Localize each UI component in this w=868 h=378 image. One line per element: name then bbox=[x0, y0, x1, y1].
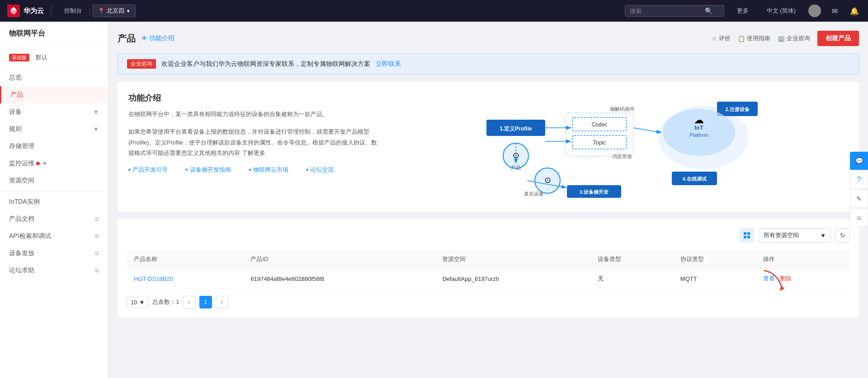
svg-text:☁: ☁ bbox=[694, 114, 704, 126]
svg-text:Topic: Topic bbox=[593, 140, 606, 146]
top-actions: 更多 中文 (简体) ✉ 🔔 bbox=[731, 5, 861, 17]
refresh-button[interactable]: ↻ bbox=[835, 228, 850, 243]
svg-text:3.设备侧开发: 3.设备侧开发 bbox=[580, 189, 609, 195]
table-section: 所有资源空间 ▼ ↻ 产品名称 产品ID 资源空间 设备类型 协议类型 bbox=[118, 219, 859, 317]
resource-space-cell: DefaultApp_6197urzh bbox=[435, 269, 590, 289]
sidebar-item-label-product: 产品 bbox=[10, 91, 23, 99]
sidebar-item-api[interactable]: API检索和调试 ⧉ bbox=[0, 228, 108, 245]
svg-text:2.注册设备: 2.注册设备 bbox=[725, 107, 750, 112]
table-header: 产品名称 产品ID 资源空间 设备类型 协议类型 操作 bbox=[127, 250, 850, 269]
sidebar-menu: 基础版 默认 总览 产品 设备 ▼ 规则 ▼ 存储管理 监控运维 bbox=[0, 46, 108, 283]
emoji-panel-item[interactable]: ☺ bbox=[850, 209, 868, 227]
chevron-down-icon-rule: ▼ bbox=[93, 126, 99, 133]
svg-text:Platform: Platform bbox=[690, 132, 708, 138]
sidebar-item-overview[interactable]: 总览 bbox=[0, 69, 108, 86]
feature-desc1: 在物联网平台中，某一类具有相同能力或特征的设备的合集被称为一款产品。 bbox=[128, 109, 382, 119]
svg-line-28 bbox=[633, 128, 660, 132]
sidebar-item-label-overview: 总览 bbox=[9, 74, 22, 82]
page-1-button[interactable]: 1 bbox=[199, 296, 212, 308]
sidebar-item-device[interactable]: 设备 ▼ bbox=[0, 103, 108, 121]
app-layout: 物联网平台 基础版 默认 总览 产品 设备 ▼ 规则 ▼ 存储管理 bbox=[0, 22, 868, 378]
guide-label: 使用指南 bbox=[747, 34, 770, 42]
pagination: 10 ▼ 总条数：1 ‹ 1 › bbox=[127, 296, 850, 308]
chat-panel-item[interactable]: 💬 bbox=[850, 152, 868, 170]
search-box[interactable]: 🔍 bbox=[625, 5, 724, 17]
help-panel-item[interactable]: ? bbox=[850, 171, 868, 189]
create-product-button[interactable]: 创建产品 bbox=[817, 31, 859, 46]
sidebar-item-monitor[interactable]: 监控运维 ▼ bbox=[0, 155, 108, 172]
col-actions: 操作 bbox=[756, 250, 850, 269]
sidebar-item-label-iotda: IoTDA实例 bbox=[9, 198, 40, 206]
sidebar-item-label-storage: 存储管理 bbox=[9, 142, 34, 150]
feature-link-device-guide[interactable]: 设备侧开发指南 bbox=[186, 166, 231, 174]
logo-text: 华为云 bbox=[24, 7, 44, 15]
sidebar-item-label-device: 设备 bbox=[9, 108, 22, 116]
feature-desc2: 如果您希望使用平台查看设备上报的数据信息，并对设备进行管理控制，就需要开发产品模… bbox=[128, 126, 382, 158]
feature-links: 产品开发引导 设备侧开发指南 物联网云市场 论坛交流 bbox=[128, 166, 382, 174]
svg-text:4.在线调试: 4.在线调试 bbox=[682, 176, 707, 182]
svg-text:⊙: ⊙ bbox=[544, 176, 551, 185]
resource-space-value: 所有资源空间 bbox=[764, 231, 799, 239]
protocol-cell: MQTT bbox=[673, 269, 756, 289]
svg-text:Codec: Codec bbox=[592, 121, 608, 128]
message-icon[interactable]: ✉ bbox=[828, 5, 841, 17]
refresh-icon: ↻ bbox=[840, 232, 845, 239]
sidebar-title: 物联网平台 bbox=[0, 22, 108, 46]
page-next-button[interactable]: › bbox=[216, 296, 228, 308]
feature-text: 功能介绍 在物联网平台中，某一类具有相同能力或特征的设备的合集被称为一款产品。 … bbox=[128, 93, 382, 201]
user-avatar[interactable] bbox=[808, 5, 821, 17]
product-name-link[interactable]: HGT-DS18B20 bbox=[134, 275, 173, 282]
sidebar-item-docs[interactable]: 产品文档 ⧉ bbox=[0, 210, 108, 228]
feature-section: 功能介绍 在物联网平台中，某一类具有相同能力或特征的设备的合集被称为一款产品。 … bbox=[118, 82, 859, 212]
notification-icon[interactable]: 🔔 bbox=[848, 5, 861, 17]
sidebar-item-product[interactable]: 产品 bbox=[0, 86, 108, 103]
huawei-logo-icon bbox=[7, 5, 20, 17]
sidebar-item-rule[interactable]: 规则 ▼ bbox=[0, 121, 108, 138]
guide-action[interactable]: 📋 使用指南 bbox=[738, 34, 770, 42]
consult-action[interactable]: 🏢 企业咨询 bbox=[778, 34, 810, 42]
sidebar-item-forum[interactable]: 论坛求助 ⧉ bbox=[0, 262, 108, 279]
feedback-panel-item[interactable]: ✎ bbox=[850, 190, 868, 208]
control-panel-link[interactable]: 控制台 bbox=[64, 7, 82, 15]
chevron-down-icon-monitor: ▼ bbox=[42, 160, 48, 167]
page-size-selector[interactable]: 10 ▼ bbox=[127, 297, 149, 308]
feature-link-forum[interactable]: 论坛交流 bbox=[307, 166, 334, 174]
feature-intro-link[interactable]: 👁 功能介绍 bbox=[141, 34, 175, 42]
right-floating-panel: 💬 ? ✎ ☺ bbox=[850, 152, 868, 227]
lang-switch[interactable]: 中文 (简体) bbox=[767, 7, 796, 15]
sidebar: 物联网平台 基础版 默认 总览 产品 设备 ▼ 规则 ▼ 存储管理 bbox=[0, 22, 108, 378]
location-icon: 📍 bbox=[98, 8, 105, 14]
search-input[interactable] bbox=[630, 8, 702, 14]
svg-rect-34 bbox=[747, 236, 750, 238]
svg-text:消息管道: 消息管道 bbox=[612, 154, 632, 159]
feature-intro-label: 功能介绍 bbox=[149, 34, 175, 42]
page-header-right: ☆ 评价 📋 使用指南 🏢 企业咨询 创建产品 bbox=[712, 31, 859, 46]
sidebar-item-iotda[interactable]: IoTDA实例 bbox=[0, 193, 108, 210]
feature-link-market[interactable]: 物联网云市场 bbox=[249, 166, 288, 174]
sidebar-item-storage[interactable]: 存储管理 bbox=[0, 138, 108, 155]
page-header: 产品 👁 功能介绍 ☆ 评价 📋 使用指南 🏢 企业咨询 bbox=[118, 31, 859, 46]
guide-icon: 📋 bbox=[738, 35, 745, 42]
page-size-value: 10 bbox=[131, 299, 137, 306]
red-arrow-annotation bbox=[755, 268, 787, 293]
architecture-diagram: 1.定义Profile ⊙ 产品 Codec Topic 编解码插件 消息管道 bbox=[396, 93, 848, 201]
consult-label: 企业咨询 bbox=[787, 34, 810, 42]
svg-text:编解码插件: 编解码插件 bbox=[610, 106, 635, 112]
svg-text:1.定义Profile: 1.定义Profile bbox=[500, 126, 532, 132]
feature-link-product-guide[interactable]: 产品开发引导 bbox=[128, 166, 168, 174]
eye-icon: 👁 bbox=[141, 35, 147, 42]
review-action[interactable]: ☆ 评价 bbox=[712, 34, 731, 42]
more-link[interactable]: 更多 bbox=[737, 7, 749, 15]
page-prev-button[interactable]: ‹ bbox=[183, 296, 196, 308]
resource-space-selector[interactable]: 所有资源空间 ▼ bbox=[759, 228, 831, 243]
location-selector[interactable]: 📍 北京四 ▼ bbox=[93, 5, 136, 17]
device-type-cell: 无 bbox=[590, 269, 673, 289]
external-link-icon-forum: ⧉ bbox=[95, 267, 99, 274]
logo[interactable]: 华为云 bbox=[7, 5, 52, 17]
review-icon: ☆ bbox=[712, 35, 717, 42]
sidebar-tag: 基础版 bbox=[9, 54, 29, 61]
sidebar-item-resource[interactable]: 资源空间 bbox=[0, 172, 108, 189]
sidebar-item-provision[interactable]: 设备发放 ⧉ bbox=[0, 245, 108, 262]
banner-link[interactable]: 立即联系 bbox=[376, 60, 401, 68]
banner-text: 欢迎企业客户与我们华为云物联网资深专家联系，定制专属物联网解决方案 bbox=[161, 60, 370, 68]
